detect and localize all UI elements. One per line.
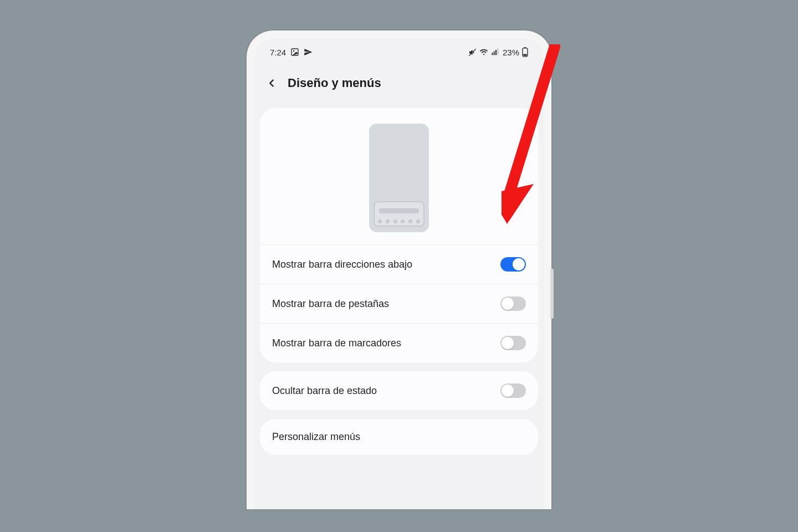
- chevron-left-icon: [265, 77, 278, 89]
- back-button[interactable]: [265, 77, 278, 89]
- setting-row-address-bar-bottom[interactable]: Mostrar barra direcciones abajo: [260, 245, 538, 284]
- setting-label: Mostrar barra de pestañas: [272, 298, 389, 310]
- status-right: 23%: [468, 47, 528, 57]
- svg-rect-9: [523, 54, 526, 56]
- svg-rect-5: [495, 50, 497, 55]
- svg-rect-3: [492, 53, 493, 55]
- svg-rect-6: [497, 48, 498, 55]
- setting-row-bookmark-bar[interactable]: Mostrar barra de marcadores: [260, 324, 538, 362]
- setting-row-customize-menus[interactable]: Personalizar menús: [260, 419, 538, 455]
- phone-frame: 7:24 23%: [247, 30, 551, 509]
- toggle-address-bar-bottom[interactable]: [500, 257, 526, 272]
- clock-text: 7:24: [270, 48, 286, 57]
- setting-label: Ocultar barra de estado: [272, 385, 377, 397]
- setting-row-hide-status-bar[interactable]: Ocultar barra de estado: [260, 371, 538, 410]
- settings-card-statusbar: Ocultar barra de estado: [260, 371, 538, 410]
- battery-text: 23%: [503, 48, 519, 57]
- image-icon: [290, 48, 299, 57]
- svg-rect-4: [494, 52, 495, 55]
- setting-label: Mostrar barra direcciones abajo: [272, 259, 412, 270]
- mute-icon: [468, 48, 477, 57]
- page-title: Diseño y menús: [288, 76, 381, 90]
- settings-card-customize-menus: Personalizar menús: [260, 419, 538, 455]
- setting-label: Mostrar barra de marcadores: [272, 337, 401, 349]
- status-left: 7:24: [270, 48, 313, 57]
- status-bar: 7:24 23%: [254, 38, 544, 60]
- screen: 7:24 23%: [254, 38, 544, 509]
- wifi-icon: [479, 48, 488, 57]
- phone-side-button: [550, 269, 554, 319]
- toggle-bookmark-bar[interactable]: [500, 336, 526, 350]
- toggle-hide-status-bar[interactable]: [500, 383, 526, 398]
- setting-row-tab-bar[interactable]: Mostrar barra de pestañas: [260, 284, 538, 324]
- signal-icon: [491, 48, 500, 57]
- page-header: Diseño y menús: [254, 60, 544, 105]
- svg-rect-8: [524, 47, 526, 48]
- toggle-tab-bar[interactable]: [500, 296, 526, 311]
- layout-preview: [260, 108, 538, 245]
- battery-icon: [522, 47, 528, 57]
- send-icon: [304, 48, 313, 57]
- settings-card-layout: Mostrar barra direcciones abajo Mostrar …: [260, 108, 538, 362]
- svg-point-1: [293, 50, 295, 52]
- setting-label: Personalizar menús: [272, 431, 360, 443]
- preview-phone-icon: [369, 124, 429, 232]
